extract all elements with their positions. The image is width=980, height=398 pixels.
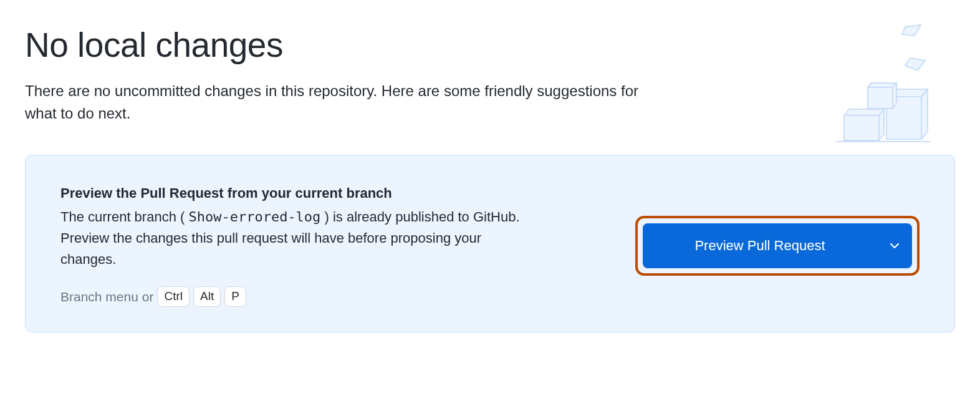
papers-illustration-icon — [830, 22, 936, 147]
desc-prefix: The current branch ( — [60, 209, 188, 225]
highlighted-action-outline: Preview Pull Request — [635, 216, 920, 276]
preview-pull-request-button[interactable]: Preview Pull Request — [643, 223, 912, 268]
branch-name: Show-errored-log — [188, 209, 320, 225]
shortcut-hint: Branch menu or Ctrl Alt P — [60, 286, 534, 307]
empty-state-header: No local changes There are no uncommitte… — [25, 25, 955, 125]
suggestion-card: Preview the Pull Request from your curre… — [25, 155, 955, 332]
kbd-key: Ctrl — [157, 286, 190, 307]
dropdown-caret-icon[interactable] — [877, 223, 912, 268]
svg-rect-1 — [844, 115, 879, 140]
svg-rect-2 — [868, 87, 893, 109]
page-subtitle: There are no uncommitted changes in this… — [25, 80, 661, 125]
suggestion-title: Preview the Pull Request from your curre… — [60, 185, 534, 201]
kbd-key: P — [224, 286, 246, 307]
page-title: No local changes — [25, 25, 955, 65]
suggestion-description: The current branch ( Show-errored-log ) … — [60, 206, 534, 270]
shortcut-prefix: Branch menu or — [60, 289, 153, 304]
kbd-key: Alt — [193, 286, 221, 307]
suggestion-content: Preview the Pull Request from your curre… — [60, 185, 534, 307]
button-label: Preview Pull Request — [643, 223, 877, 268]
